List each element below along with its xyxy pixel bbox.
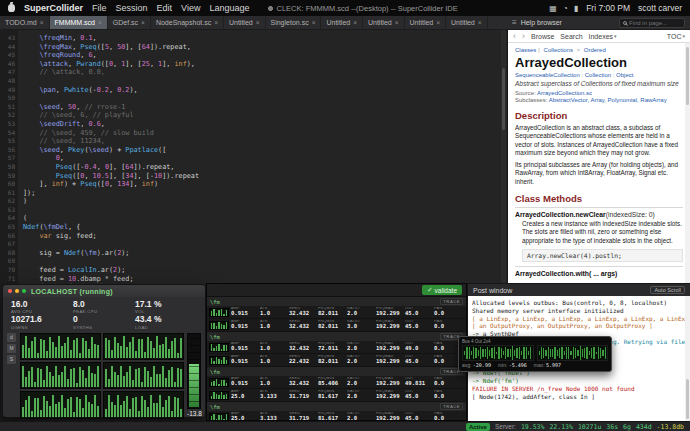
menu-language[interactable]: Language — [209, 3, 249, 13]
code-line[interactable]: 43 \freqMin, 0.1, — [0, 34, 507, 43]
node-row[interactable]: AMP0.915ATK1.0SEED22.432FRQMIN82.011RATI… — [207, 354, 466, 367]
breadcrumb-item[interactable]: Ordered — [584, 47, 606, 53]
server-metric[interactable]: 22.13% — [549, 423, 572, 431]
server-status-label[interactable]: Server: — [495, 423, 516, 430]
menu-file[interactable]: File — [92, 3, 107, 13]
node-row[interactable]: AMP0.915ATK1.0SEED32.432FRQMIN85.406RATI… — [207, 376, 466, 389]
tab-singleton-sc[interactable]: Singleton.sc× — [266, 16, 322, 29]
code-line[interactable]: 59 Pseq([0, 10.5], [34], [-10]).repeat — [0, 172, 507, 181]
code-line[interactable]: 56 \seed, Pkey(\seed) + Ppatlace([ — [0, 146, 507, 155]
server-metric[interactable]: 10271u — [578, 423, 601, 431]
node-row[interactable]: AMP25.0ATK3.133SEED31.719FRQMIN81.617RAT… — [207, 389, 466, 402]
code-line[interactable]: 64( — [0, 214, 507, 223]
minimize-window-icon[interactable] — [15, 289, 19, 293]
interpreter-status-badge[interactable]: Active — [466, 423, 490, 431]
tab-close-icon[interactable]: × — [436, 19, 440, 26]
breadcrumb[interactable]: Classes| Collections > Ordered — [515, 47, 683, 53]
method-name-2[interactable]: ArrayedCollection.with( ... args) — [515, 270, 617, 277]
help-toolbar-search[interactable]: Search — [560, 33, 582, 40]
server-volume[interactable]: -13.8db — [657, 423, 684, 431]
post-scrollbar-thumb[interactable] — [686, 379, 689, 419]
method-signature[interactable]: ArrayedCollection.newClear(indexedSize: … — [515, 207, 683, 218]
node-row[interactable]: AMP0.915ATK1.0SEED32.432FRQMIN72.011RATI… — [207, 341, 466, 354]
breadcrumb-item[interactable]: Collections — [542, 47, 573, 53]
editor-scrollbar[interactable] — [501, 30, 506, 283]
battery-icon[interactable]: ▮ — [574, 4, 578, 13]
help-toolbar-browse[interactable]: Browse — [531, 33, 554, 40]
superclass-link[interactable]: Collection — [585, 72, 611, 78]
menu-bar-user[interactable]: scott carver — [638, 3, 682, 13]
tab-close-icon[interactable]: × — [312, 19, 316, 26]
find-in-page-box[interactable] — [619, 18, 685, 28]
close-window-icon[interactable] — [8, 289, 12, 293]
tab-close-icon[interactable]: × — [40, 19, 44, 26]
superclass-link[interactable]: SequenceableCollection — [515, 72, 580, 78]
help-toolbar-indexes[interactable]: Indexes▾ — [589, 33, 617, 40]
meter-button-s[interactable]: S — [7, 355, 16, 364]
screen-mirroring-icon[interactable]: ▦ — [549, 4, 557, 13]
code-line[interactable]: 69 — [0, 257, 507, 266]
superclass-chain[interactable]: SequenceableCollection : Collection : Ob… — [515, 72, 683, 78]
tab-close-icon[interactable]: × — [214, 19, 218, 26]
editor-scrollbar-thumb[interactable] — [502, 68, 505, 130]
menu-edit[interactable]: Edit — [157, 3, 173, 13]
menu-bar-clock[interactable]: Fri 7:00 PM — [586, 3, 630, 13]
tab-close-icon[interactable]: × — [256, 19, 260, 26]
autoscroll-button[interactable]: Auto Scroll — [650, 286, 685, 294]
code-line[interactable]: 62) — [0, 197, 507, 206]
server-metric[interactable]: 19.53% — [521, 423, 544, 431]
code-line[interactable]: 47 // \attack, 0.0, — [0, 68, 507, 77]
code-line[interactable]: 46 \attack, Pwrand([0, 1], [25, 1], inf)… — [0, 60, 507, 69]
example-code-block[interactable]: Array.newClear(4).postln; — [522, 249, 683, 262]
toc-dropdown[interactable]: TOC ▾ — [667, 33, 685, 40]
zoom-window-icon[interactable] — [22, 289, 26, 293]
code-line[interactable]: 68 sig = Ndef(\fm).ar(2); — [0, 249, 507, 258]
trace-button[interactable]: TRACE — [440, 403, 463, 410]
tab-close-icon[interactable]: × — [353, 19, 357, 26]
post-scrollbar[interactable] — [685, 296, 690, 421]
code-line[interactable]: 45 \freqRound, 6, — [0, 51, 507, 60]
find-in-page-input[interactable] — [629, 20, 681, 26]
trace-button[interactable]: TRACE — [440, 298, 463, 305]
code-line[interactable]: 52 // \seed, 6, // playful — [0, 111, 507, 120]
meter-button-m[interactable]: M — [7, 344, 16, 353]
tab-untitled[interactable]: Untitled× — [405, 16, 447, 29]
tab-untitled[interactable]: Untitled× — [224, 16, 266, 29]
code-line[interactable]: 70 feed = LocalIn.ar(2); — [0, 266, 507, 275]
apple-menu-icon[interactable] — [8, 4, 15, 12]
code-line[interactable]: 61]); — [0, 189, 507, 198]
help-menu-icon[interactable]: ≡ — [512, 18, 517, 27]
server-metric[interactable]: 36s — [606, 423, 618, 431]
tab-close-icon[interactable]: × — [478, 19, 482, 26]
code-line[interactable]: 48 — [0, 77, 507, 86]
code-line[interactable]: 55 // \seed, 11234, — [0, 137, 507, 146]
node-row[interactable]: AMP0.915ATK1.0SEED32.432FRQMIN82.011RATI… — [207, 306, 466, 319]
tab-close-icon[interactable]: × — [395, 19, 399, 26]
code-line[interactable]: 51 \seed, 50, // rrose-1 — [0, 103, 507, 112]
code-line[interactable]: 71 feed = 10.dbamp * feed; — [0, 275, 507, 284]
tab-untitled[interactable]: Untitled× — [321, 16, 363, 29]
code-line[interactable]: 54 // \seed, 459, // slow build — [0, 129, 507, 138]
tab-todo-md[interactable]: TODO.md× — [0, 16, 50, 29]
code-line[interactable]: 44 \freqMax, Pseq([5, 50], [64]).repeat, — [0, 43, 507, 52]
method-name[interactable]: ArrayedCollection.newClear — [515, 211, 606, 218]
node-row[interactable]: AMP0.915ATK1.0SEED32.432FRQMIN82.011RATI… — [207, 319, 466, 332]
volume-fader[interactable] — [187, 333, 201, 409]
code-line[interactable]: 49 \pan, Pwhite(-0.2, 0.2), — [0, 86, 507, 95]
breadcrumb-root[interactable]: Classes — [515, 47, 536, 53]
help-scrollbar-thumb[interactable] — [686, 47, 689, 105]
server-metric[interactable]: 434d — [636, 423, 652, 431]
wifi-icon[interactable]: ◔ — [563, 4, 568, 13]
tab-nodesnapshot-sc[interactable]: NodeSnapshot.sc× — [151, 16, 224, 29]
code-line[interactable]: 57 0, — [0, 154, 507, 163]
meter-button-d[interactable]: d — [7, 333, 16, 342]
code-line[interactable]: 50 — [0, 94, 507, 103]
help-scrollbar[interactable] — [685, 43, 690, 283]
source-link[interactable]: ArrayedCollection.sc — [537, 90, 592, 96]
server-metric[interactable]: 6g — [623, 423, 631, 431]
code-line[interactable]: 53 \seedDrift, 0.6, — [0, 120, 507, 129]
superclass-link[interactable]: Object — [616, 72, 633, 78]
menu-view[interactable]: View — [181, 3, 200, 13]
tab-fmmmm-scd[interactable]: FMMMM.scd× — [50, 16, 108, 29]
tab-untitled[interactable]: Untitled× — [446, 16, 488, 29]
